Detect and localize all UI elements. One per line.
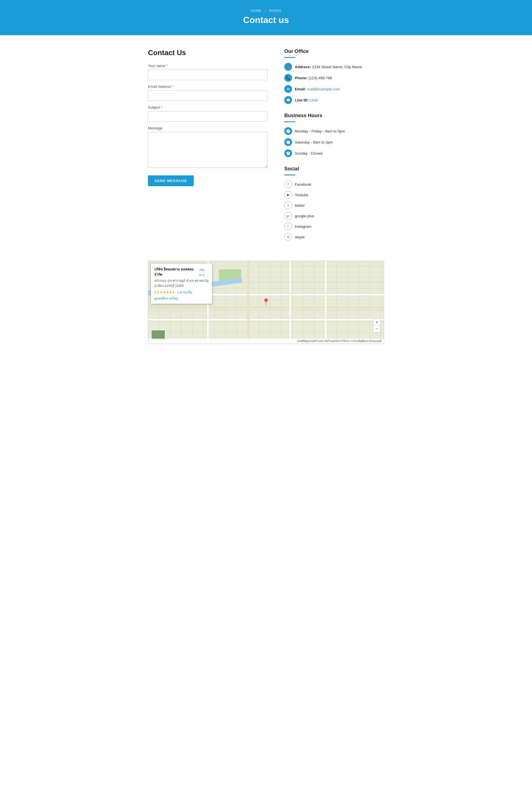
send-button[interactable]: SEND MESSAGE [148, 175, 194, 186]
map-zoom-controls: + − [373, 319, 380, 332]
map-pin: 📍 [262, 298, 270, 306]
popup-reviews: 1 ความเห็น [177, 291, 192, 294]
clock-icon-sunday: 🕐 [284, 149, 292, 157]
lineid-link[interactable]: Linid [309, 98, 318, 102]
message-group: Message [148, 126, 268, 169]
facebook-icon: f [284, 180, 292, 188]
zoom-out-button[interactable]: − [374, 326, 380, 332]
googleplus-icon: g+ [284, 212, 292, 220]
subject-input[interactable] [148, 111, 268, 122]
social-googleplus[interactable]: g+ google-plus [284, 212, 384, 220]
breadcrumb-home[interactable]: HOME [251, 9, 261, 13]
weekdays-text: Monday - Friday - 9am to 5pm [295, 129, 345, 133]
skype-icon: S [284, 233, 292, 241]
youtube-icon: ▶ [284, 191, 292, 199]
map-background: 📍 บริษัท อีคอมสยาม ดอทคอม จำกัด เส้นทาง … [148, 261, 384, 344]
hours-block: Business Hours 🕐 Monday - Friday - 9am t… [284, 113, 384, 157]
instagram-icon: □ [284, 223, 292, 230]
email-group: Email Address * [148, 84, 268, 101]
sunday-text: Sunday - Closed [295, 151, 323, 155]
office-heading: Our Office [284, 49, 384, 54]
map-container[interactable]: 📍 บริษัท อีคอมสยาม ดอทคอม จำกัด เส้นทาง … [148, 261, 384, 344]
social-block: Social f Facebook ▶ Youtube t twitter g+… [284, 166, 384, 241]
popup-title: บริษัท อีคอมสยาม ดอทคอม จำกัด [154, 267, 199, 277]
email-label: Email Address * [148, 84, 268, 89]
social-youtube[interactable]: ▶ Youtube [284, 191, 384, 199]
office-underline [284, 57, 296, 58]
social-twitter[interactable]: t twitter [284, 202, 384, 209]
clock-icon-weekdays: 🕐 [284, 127, 292, 135]
sunday-item: 🕐 Sunday - Closed [284, 149, 384, 157]
form-heading: Contact Us [148, 49, 268, 57]
hours-heading: Business Hours [284, 113, 384, 119]
social-heading: Social [284, 166, 384, 172]
name-group: Your name * [148, 64, 268, 80]
lineid-item: 💬 Line ID: Linid [284, 96, 384, 104]
social-skype[interactable]: S skype [284, 233, 384, 241]
weekdays-item: 🕐 Monday - Friday - 9am to 5pm [284, 127, 384, 135]
breadcrumb-separator: › [265, 9, 266, 13]
saturday-text: Saturday - 9am to 2pm [295, 140, 333, 144]
popup-directions-link[interactable]: เส้นทาง [199, 267, 209, 277]
clock-icon-saturday: 🕐 [284, 138, 292, 146]
popup-rating: 5.0 ★★★★★ [154, 290, 176, 294]
email-item: ✉ Email: mail@example.com [284, 85, 384, 93]
saturday-item: 🕐 Saturday - 9am to 2pm [284, 138, 384, 146]
message-label: Message [148, 126, 268, 130]
map-popup: บริษัท อีคอมสยาม ดอทคอม จำกัด เส้นทาง 47… [151, 264, 212, 304]
social-underline [284, 174, 296, 175]
breadcrumb: HOME › PAGES [0, 9, 532, 13]
map-footer: แผนที่ข้อมูลแผนที่ ©2021 ข้อกำหนดในการใช… [148, 339, 384, 344]
popup-map-link[interactable]: ดูแผนที่ขนาดใหญ่ [154, 297, 178, 300]
page-title: Contact us [0, 15, 532, 25]
map-section: 📍 บริษัท อีคอมสยาม ดอทคอม จำกัด เส้นทาง … [141, 261, 391, 344]
email-link[interactable]: mail@example.com [307, 87, 340, 91]
zoom-in-button[interactable]: + [374, 319, 380, 326]
subject-label: Subject * [148, 105, 268, 110]
address-item: 📍 Address: 1234 Street Name, City Name [284, 63, 384, 71]
phone-item: 📞 Phone: (123) 456-789 [284, 74, 384, 82]
office-block: Our Office 📍 Address: 1234 Street Name, … [284, 49, 384, 104]
main-container: Contact Us Your name * Email Address * S… [141, 35, 391, 261]
message-input[interactable] [148, 132, 268, 168]
popup-address: 470 ถนน ประชาราษฎร์ ตำบล คลาดขวัญ อ.เมือ… [154, 278, 209, 288]
email-icon: ✉ [284, 85, 292, 93]
name-input[interactable] [148, 70, 268, 80]
email-input[interactable] [148, 90, 268, 101]
social-instagram[interactable]: □ Instagram [284, 223, 384, 230]
contact-info-section: Our Office 📍 Address: 1234 Street Name, … [284, 49, 384, 250]
contact-form-section: Contact Us Your name * Email Address * S… [148, 49, 268, 250]
subject-group: Subject * [148, 105, 268, 122]
hours-underline [284, 121, 296, 122]
lineid-icon: 💬 [284, 96, 292, 104]
twitter-icon: t [284, 202, 292, 209]
phone-icon: 📞 [284, 74, 292, 82]
social-facebook[interactable]: f Facebook [284, 180, 384, 188]
page-header: HOME › PAGES Contact us [0, 0, 532, 35]
address-icon: 📍 [284, 63, 292, 71]
name-label: Your name * [148, 64, 268, 68]
breadcrumb-pages[interactable]: PAGES [269, 9, 281, 13]
